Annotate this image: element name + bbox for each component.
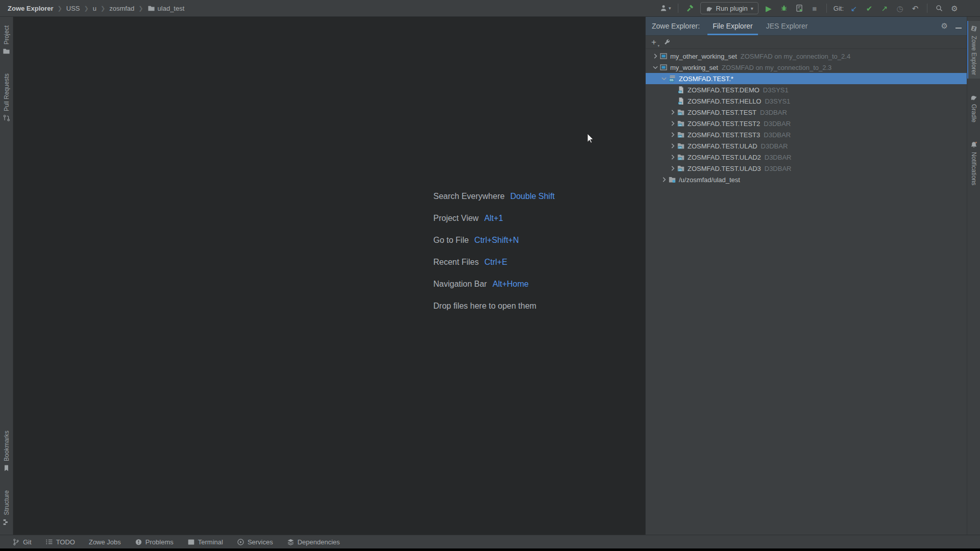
top-bar: Zowe Explorer❯USS❯u❯zosmfad❯ulad_test ▾R… <box>0 0 980 17</box>
build-project-button[interactable] <box>685 3 695 14</box>
tool-window-button-dependencies[interactable]: Dependencies <box>287 538 340 546</box>
tool-strip-label: Structure <box>3 490 10 515</box>
tool-window-button-zowe-jobs[interactable]: Zowe Jobs <box>89 538 121 546</box>
stop-button[interactable]: ■ <box>810 3 820 14</box>
minimize-button[interactable] <box>955 21 962 31</box>
breadcrumb-item-zowe-explorer[interactable]: Zowe Explorer <box>8 5 54 12</box>
git-update-button[interactable]: ↙ <box>849 3 859 14</box>
tree-row[interactable]: DSZOSMFAD.TEST.TEST2D3DBAR <box>646 118 967 129</box>
chevron-right-icon[interactable] <box>668 164 677 172</box>
run-coverage-button[interactable] <box>794 3 804 14</box>
tree-row[interactable]: DSZOSMFAD.TEST.TESTD3DBAR <box>646 107 967 118</box>
breadcrumb-item-ulad-test[interactable]: ulad_test <box>148 5 185 12</box>
tree-node-detail: D3SYS1 <box>765 97 790 105</box>
breadcrumb-label: zosmfad <box>109 5 134 12</box>
tool-window-button-label: TODO <box>56 538 75 546</box>
tree-row[interactable]: DSZOSMFAD.TEST.HELLOD3SYS1 <box>646 95 967 107</box>
chevron-right-icon[interactable] <box>668 153 677 161</box>
tree-row[interactable]: my_other_working_setZOSMFAD on my_connec… <box>646 51 967 62</box>
svg-text:DS: DS <box>678 135 681 138</box>
tree-node-name: ZOSMFAD.TEST.ULAD <box>688 142 757 150</box>
breadcrumb-item-uss[interactable]: USS <box>66 5 80 12</box>
tree-node-detail: ZOSMFAD on my_connection_to_2.4 <box>741 53 850 60</box>
chevron-right-icon[interactable] <box>668 131 677 139</box>
dataset-folder-icon: DS <box>677 131 687 139</box>
chevron-right-icon[interactable] <box>668 119 677 128</box>
chevron-right-icon[interactable] <box>668 142 677 150</box>
tool-strip-button-notifications[interactable]: Notifications <box>967 137 980 189</box>
tree-row[interactable]: DSZOSMFAD.TEST.ULAD2D3DBAR <box>646 152 967 163</box>
tree-row[interactable]: DSZOSMFAD.TEST.ULAD3D3DBAR <box>646 163 967 174</box>
tree-row[interactable]: DSZOSMFAD.TEST.DEMOD3SYS1 <box>646 84 967 95</box>
add-button[interactable]: +▾ <box>651 38 656 47</box>
shortcut-action-label: Search Everywhere <box>433 192 505 201</box>
svg-text:DS: DS <box>678 146 681 149</box>
todo-icon <box>45 538 53 546</box>
tree-row[interactable]: /u/zosmfad/ulad_test <box>646 174 967 185</box>
tool-strip-button-pull-requests[interactable]: Pull Requests <box>0 70 13 126</box>
search-everywhere-button[interactable] <box>934 3 944 14</box>
folder-icon <box>148 5 155 12</box>
rollback-button[interactable]: ↶ <box>910 3 920 14</box>
tool-window-button-git[interactable]: Git <box>12 538 32 546</box>
bug-icon <box>780 4 788 12</box>
tree-row[interactable]: DSZOSMFAD.TEST.ULADD3DBAR <box>646 140 967 152</box>
chevron-down-icon[interactable] <box>659 74 668 83</box>
chevron-right-icon[interactable] <box>659 176 668 184</box>
tree-node-detail: D3DBAR <box>765 154 792 161</box>
breadcrumb-item-zosmfad[interactable]: zosmfad <box>109 5 134 12</box>
tool-window-button-todo[interactable]: TODO <box>45 538 75 546</box>
hammer-icon <box>686 4 694 12</box>
tool-strip-button-bookmarks[interactable]: Bookmarks <box>0 427 13 475</box>
dataset-file-icon: DS <box>677 86 687 94</box>
panel-title: Zowe Explorer: <box>652 17 700 35</box>
tool-window-button-problems[interactable]: Problems <box>135 538 174 546</box>
breadcrumb-separator: ❯ <box>138 5 143 12</box>
panel-settings-button[interactable]: ⚙ <box>941 21 948 31</box>
tool-window-button-services[interactable]: Services <box>237 538 273 546</box>
tree-row[interactable]: my_working_setZOSMFAD on my_connection_t… <box>646 62 967 73</box>
tab-file-explorer[interactable]: File Explorer <box>706 17 760 35</box>
git-commit-button[interactable]: ✔ <box>864 3 874 14</box>
tree-row[interactable]: DSZOSMFAD.TEST.* <box>646 73 967 84</box>
tree-row[interactable]: DSZOSMFAD.TEST.TEST3D3DBAR <box>646 129 967 140</box>
tool-strip-button-project[interactable]: Project <box>0 22 13 59</box>
tool-window-button-terminal[interactable]: Terminal <box>187 538 223 546</box>
debug-button[interactable] <box>779 3 789 14</box>
bell-icon <box>970 141 978 149</box>
settings-button[interactable]: ⚙ <box>949 3 960 14</box>
tree-node-name: ZOSMFAD.TEST.TEST <box>688 109 756 116</box>
shortcut-hint-line: Recent FilesCtrl+E <box>433 251 555 273</box>
dataset-file-icon: DS <box>677 97 687 105</box>
dataset-folder-icon: DS <box>677 164 687 172</box>
tree-node-name: ZOSMFAD.TEST.ULAD3 <box>688 165 761 172</box>
chevron-down-icon: ▾ <box>751 6 753 11</box>
tree-node-name: my_working_set <box>670 64 718 71</box>
svg-text:DS: DS <box>679 102 682 105</box>
tool-strip-button-structure[interactable]: Structure <box>0 487 13 530</box>
run-configuration-select[interactable]: Run plugin▾ <box>700 2 758 14</box>
edit-config-button[interactable] <box>663 38 671 46</box>
shortcut-action-label: Navigation Bar <box>433 280 487 289</box>
tool-strip-button-gradle[interactable]: Gradle <box>967 90 980 126</box>
dataset-folder-icon: DS <box>677 108 687 116</box>
profile-avatar[interactable] <box>965 3 975 14</box>
user-menu-button[interactable]: ▾ <box>659 3 671 14</box>
svg-text:DS: DS <box>678 169 681 171</box>
minimize-icon <box>955 21 962 30</box>
tab-jes-explorer[interactable]: JES Explorer <box>760 17 815 35</box>
shortcut-action-label: Go to File <box>433 236 469 245</box>
wrench-icon <box>663 38 671 46</box>
git-push-button[interactable]: ↗ <box>879 3 890 14</box>
tree-node-name: /u/zosmfad/ulad_test <box>679 176 740 184</box>
tool-strip-button-zowe-explorer[interactable]: ZZowe Explorer <box>967 21 980 79</box>
tree-node-name: ZOSMFAD.TEST.ULAD2 <box>688 154 761 161</box>
chevron-down-icon[interactable] <box>651 63 659 71</box>
breadcrumb-item-u[interactable]: u <box>93 5 96 12</box>
user-icon <box>659 4 668 12</box>
left-tool-strip: ProjectPull Requests BookmarksStructure <box>0 17 13 535</box>
history-button[interactable]: ◷ <box>895 3 905 14</box>
chevron-right-icon[interactable] <box>668 108 677 116</box>
chevron-right-icon[interactable] <box>651 52 659 60</box>
run-button[interactable]: ▶ <box>764 3 774 14</box>
